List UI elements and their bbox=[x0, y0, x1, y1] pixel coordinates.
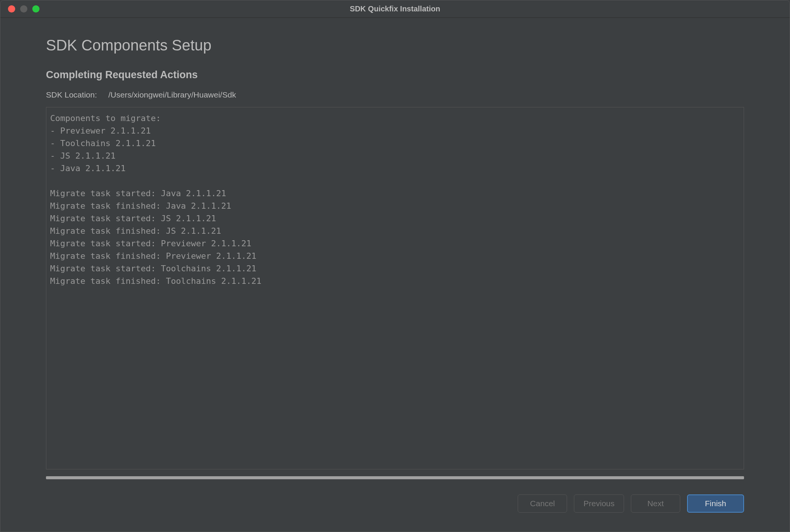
content-area: SDK Components Setup Completing Requeste… bbox=[0, 18, 790, 532]
cancel-button: Cancel bbox=[518, 494, 567, 513]
titlebar: SDK Quickfix Installation bbox=[0, 0, 790, 18]
sdk-location-label: SDK Location: bbox=[46, 90, 97, 99]
progress-bar bbox=[46, 476, 744, 479]
installer-window: SDK Quickfix Installation SDK Components… bbox=[0, 0, 790, 532]
page-title: SDK Components Setup bbox=[46, 37, 744, 54]
page-subtitle: Completing Requested Actions bbox=[46, 69, 744, 81]
window-controls bbox=[0, 5, 40, 13]
sdk-location-row: SDK Location: /Users/xiongwei/Library/Hu… bbox=[46, 90, 744, 99]
sdk-location-value: /Users/xiongwei/Library/Huawei/Sdk bbox=[108, 90, 236, 99]
maximize-window-button[interactable] bbox=[32, 5, 40, 13]
wizard-buttons: Cancel Previous Next Finish bbox=[46, 494, 744, 520]
next-button: Next bbox=[631, 494, 680, 513]
previous-button: Previous bbox=[574, 494, 624, 513]
log-output[interactable]: Components to migrate: - Previewer 2.1.1… bbox=[46, 107, 744, 469]
window-title: SDK Quickfix Installation bbox=[350, 5, 440, 13]
finish-button[interactable]: Finish bbox=[687, 494, 744, 513]
minimize-window-button bbox=[20, 5, 27, 13]
close-window-button[interactable] bbox=[8, 5, 15, 13]
